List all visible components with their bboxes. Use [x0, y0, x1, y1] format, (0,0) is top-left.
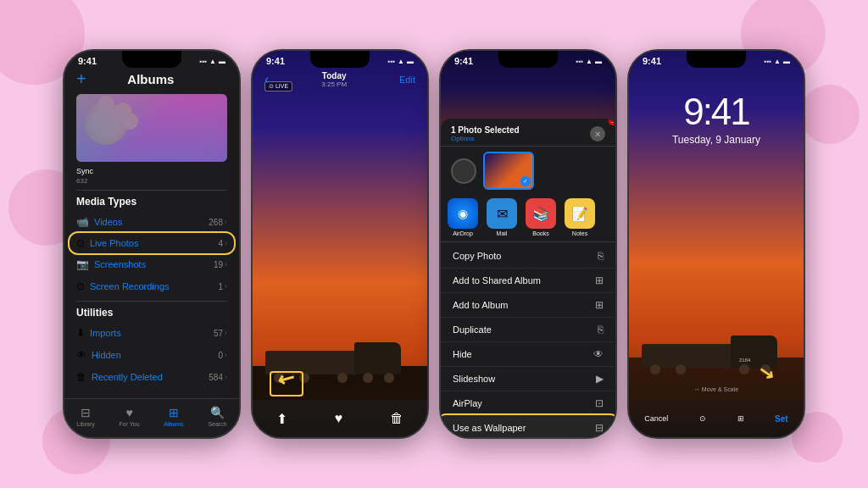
signal-icon-3: ▪▪▪	[576, 58, 584, 65]
hide-label: Hide	[453, 349, 472, 359]
divider-1	[76, 190, 227, 191]
wallpaper-action[interactable]: Use as Wallpaper ⊟	[441, 416, 615, 437]
duplicate-action[interactable]: Duplicate ⎘	[441, 318, 615, 342]
list-item[interactable]: ⬇ Imports 57 ›	[64, 322, 239, 344]
copy-photo-action[interactable]: Copy Photo ⎘	[441, 244, 615, 269]
cancel-button[interactable]: Cancel	[644, 414, 668, 423]
tab-search[interactable]: 🔍 Search	[208, 406, 226, 427]
media-item-left-live: ⊙ Live Photos	[76, 237, 138, 249]
notch-4	[687, 51, 746, 68]
phone-albums: 9:41 ▪▪▪ ▲ ▬ + Albums Sync 632 Media Typ…	[63, 49, 241, 439]
wifi-icon: ▲	[209, 58, 216, 65]
chevron-right-icon: ›	[225, 218, 227, 226]
status-time-1: 9:41	[78, 56, 97, 66]
album-photo-count: 632	[76, 177, 227, 185]
live-photos-count: 4	[218, 239, 223, 248]
phone-share-sheet: 9:41 ▪▪▪ ▲ ▬ 1 Photo Selected Options ✕	[439, 49, 617, 439]
deleted-label: Recently Deleted	[92, 372, 163, 382]
add-shared-album-label: Add to Shared Album	[453, 275, 541, 286]
recordings-label: Screen Recordings	[90, 281, 170, 291]
lock-bottom-bar: Cancel ⊙ ⊞ Set	[629, 400, 804, 437]
tab-albums[interactable]: ⊞ Albums	[164, 406, 183, 427]
heart-icon[interactable]: ♥	[335, 411, 343, 426]
list-item[interactable]: 📹 Videos 268 ›	[64, 211, 239, 233]
options-link[interactable]: Options	[451, 135, 520, 142]
lock-camera-icon: ⊙	[699, 414, 706, 423]
library-tab-label: Library	[76, 421, 94, 427]
list-item[interactable]: 📷 Screenshots 19 ›	[64, 253, 239, 275]
album-thumbnail[interactable]	[76, 94, 227, 162]
airplay-action[interactable]: AirPlay ⊡	[441, 391, 615, 416]
albums-tab-icon: ⊞	[169, 406, 179, 419]
chevron-rec-icon: ›	[225, 282, 227, 291]
copy-photo-icon: ⎘	[598, 250, 604, 262]
wheel-4	[363, 373, 373, 383]
photo-time: 3:25 PM	[321, 80, 347, 88]
notes-app-item[interactable]: 📝 Notes	[565, 198, 595, 236]
status-time-4: 9:41	[643, 56, 661, 66]
imports-label: Imports	[90, 328, 121, 338]
notes-label: Notes	[572, 230, 587, 236]
wallpaper-action-wrapper: Use as Wallpaper ⊟	[441, 416, 615, 437]
share-sheet-panel: 1 Photo Selected Options ✕ ◉ 1 AirDrop	[441, 119, 615, 437]
airdrop-icon: ◉ 1	[448, 198, 478, 229]
wheel-5	[384, 373, 394, 383]
for-you-tab-label: For You	[119, 421, 139, 427]
add-album-icon: ⊞	[595, 299, 604, 311]
lock-wheel-1	[650, 364, 660, 374]
wallpaper-icon: ⊟	[595, 422, 604, 434]
list-item[interactable]: ⊙ Screen Recordings 1 ›	[64, 275, 239, 297]
recordings-count: 1	[218, 282, 223, 291]
list-item[interactable]: 👁 Hidden 0 ›	[64, 344, 239, 366]
imports-count: 57	[214, 329, 223, 338]
videos-count: 268	[209, 218, 223, 227]
photo-date-info: Today 3:25 PM	[321, 71, 347, 88]
duplicate-icon: ⎘	[598, 324, 604, 336]
circle-placeholder	[451, 158, 476, 184]
share-icon[interactable]: ⬆	[276, 411, 287, 427]
wheel-3	[337, 373, 348, 383]
tab-library[interactable]: ⊟ Library	[76, 406, 94, 427]
app-icons-row: ◉ 1 AirDrop ✉ Mail 📚 Books 📝 Notes	[441, 195, 615, 240]
share-close-button[interactable]: ✕	[590, 126, 605, 141]
delete-icon[interactable]: 🗑	[390, 411, 403, 426]
slideshow-action[interactable]: Slideshow ▶	[441, 367, 615, 391]
airdrop-label: AirDrop	[453, 230, 473, 236]
hidden-icon: 👁	[76, 349, 86, 361]
search-tab-label: Search	[208, 421, 226, 427]
notch-1	[122, 51, 181, 68]
chevron-ss-icon: ›	[225, 260, 227, 269]
mail-icon: ✉	[487, 198, 517, 229]
albums-tab-label: Albums	[164, 421, 183, 427]
set-hint-text: ↔ Move & Scale	[694, 386, 738, 392]
add-shared-album-action[interactable]: Add to Shared Album ⊞	[441, 269, 615, 293]
add-album-label: Add to Album	[453, 300, 508, 310]
hide-action[interactable]: Hide 👁	[441, 342, 615, 367]
list-item[interactable]: 🗑 Recently Deleted 584 ›	[64, 366, 239, 388]
add-album-action[interactable]: Add to Album ⊞	[441, 293, 615, 318]
media-item-left-recordings: ⊙ Screen Recordings	[76, 280, 170, 292]
media-types-title: Media Types	[76, 196, 227, 208]
live-badge: ⊙ LIVE	[264, 81, 292, 92]
album-image	[76, 94, 227, 162]
live-photos-label: Live Photos	[90, 238, 138, 248]
bg-blob-5	[800, 85, 860, 144]
media-item-left-videos: 📹 Videos	[76, 216, 122, 228]
for-you-tab-icon: ♥	[125, 406, 132, 419]
add-album-button[interactable]: +	[76, 69, 86, 89]
live-photos-icon: ⊙	[76, 237, 85, 249]
mail-app-item[interactable]: ✉ Mail	[487, 198, 517, 236]
live-photos-row[interactable]: ⊙ Live Photos 4 ›	[71, 233, 232, 253]
set-wallpaper-button[interactable]: Set	[775, 414, 788, 424]
books-app-item[interactable]: 📚 Books	[526, 198, 556, 236]
tab-for-you[interactable]: ♥ For You	[119, 406, 139, 427]
airplay-label: AirPlay	[453, 398, 482, 408]
add-shared-album-icon: ⊞	[595, 274, 604, 286]
divider-2	[76, 301, 227, 302]
airdrop-app-item[interactable]: ◉ 1 AirDrop	[448, 198, 478, 236]
library-tab-icon: ⊟	[81, 406, 91, 419]
status-icons-3: ▪▪▪ ▲ ▬	[576, 58, 602, 65]
status-time-2: 9:41	[266, 56, 285, 66]
edit-button[interactable]: Edit	[399, 75, 415, 85]
imports-icon: ⬇	[76, 327, 85, 339]
